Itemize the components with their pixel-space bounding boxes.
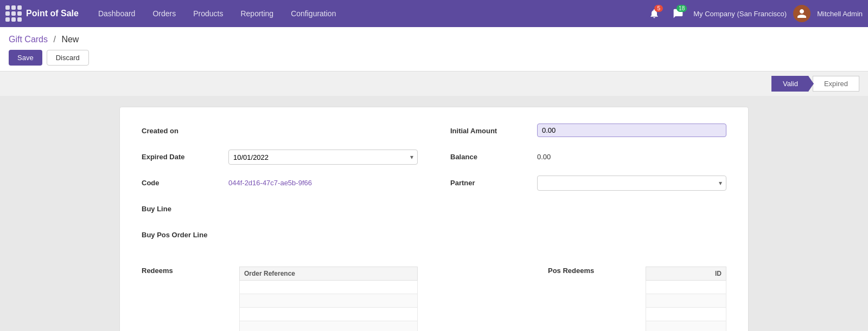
buy-line-value [228,202,418,205]
balance-label: Balance [450,150,537,161]
redeems-grid: Redeems Order Reference [142,267,726,331]
main-content: Created on Expired Date 10/01/2022 Code … [0,96,868,331]
table-row [240,294,418,308]
table-row [240,281,418,294]
top-right-area: 5 18 My Company (San Francisco) Mitchell… [646,5,863,22]
redeems-col-header: Order Reference [240,267,418,281]
expired-date-select-wrapper[interactable]: 10/01/2022 [228,150,418,165]
user-avatar[interactable] [793,5,810,22]
page-actions: Save Discard [9,50,859,71]
buy-line-row: Buy Line [142,202,418,219]
redeems-table: Order Reference [239,267,418,331]
status-expired-button[interactable]: Expired [813,76,859,92]
redeems-left: Redeems Order Reference [142,267,418,331]
status-valid-button[interactable]: Valid [771,76,814,92]
menu-item-orders[interactable]: Orders [144,0,184,27]
initial-amount-input[interactable] [537,124,726,137]
buy-pos-order-line-value [228,228,418,231]
partner-select-wrapper[interactable] [537,176,726,191]
redeems-table-wrapper: Order Reference [239,267,418,331]
partner-select[interactable] [537,176,726,191]
apps-icon[interactable] [5,5,22,22]
balance-value: 0.00 [537,150,551,161]
expired-date-label: Expired Date [142,150,228,161]
user-name[interactable]: Mitchell Admin [817,10,863,18]
app-brand: Point of Sale [26,9,79,18]
redeems-section: Redeems Order Reference [142,267,726,331]
pos-redeems-label: Pos Redeems [548,267,635,331]
status-bar: Valid Expired [0,72,868,96]
code-value: 044f-2d16-47c7-ae5b-9f66 [228,176,312,187]
created-on-row: Created on [142,124,418,141]
balance-row: Balance 0.00 [450,150,726,167]
created-on-value [228,124,418,127]
buy-line-label: Buy Line [142,202,228,213]
form-left: Created on Expired Date 10/01/2022 Code … [142,124,418,254]
redeems-label: Redeems [142,267,228,331]
breadcrumb-separator: / [53,35,55,44]
table-row [240,321,418,332]
partner-label: Partner [450,176,537,187]
expired-date-select[interactable]: 10/01/2022 [228,150,418,165]
breadcrumb-current: New [61,35,79,44]
breadcrumb-parent[interactable]: Gift Cards [9,35,48,44]
main-menu: Dashboard Orders Products Reporting Conf… [90,0,345,27]
pos-redeems-table-wrapper: ID [646,267,726,331]
partner-row: Partner [450,176,726,193]
form-card: Created on Expired Date 10/01/2022 Code … [119,107,749,331]
top-navigation: Point of Sale Dashboard Orders Products … [0,0,868,27]
chat-notification[interactable]: 18 [669,5,687,22]
menu-item-reporting[interactable]: Reporting [232,0,282,27]
menu-item-products[interactable]: Products [184,0,232,27]
breadcrumb: Gift Cards / New [9,35,859,44]
created-on-label: Created on [142,124,228,135]
code-label: Code [142,176,228,187]
company-name: My Company (San Francisco) [693,10,787,18]
table-row [646,281,726,294]
table-row [646,321,726,332]
table-row [240,308,418,321]
pos-redeems-col-header: ID [646,267,726,281]
discard-button[interactable]: Discard [47,50,89,66]
initial-amount-row: Initial Amount [450,124,726,141]
form-right: Initial Amount Balance 0.00 Partner [450,124,726,254]
bell-badge: 5 [654,5,663,12]
save-button[interactable]: Save [9,50,42,66]
bell-notification[interactable]: 5 [646,5,663,22]
chat-badge: 18 [676,5,687,12]
buy-pos-order-line-row: Buy Pos Order Line [142,228,418,245]
menu-item-configuration[interactable]: Configuration [282,0,344,27]
form-grid: Created on Expired Date 10/01/2022 Code … [142,124,726,254]
page-header: Gift Cards / New Save Discard [0,27,868,72]
table-row [646,308,726,321]
initial-amount-label: Initial Amount [450,124,537,135]
menu-item-dashboard[interactable]: Dashboard [90,0,144,27]
pos-redeems-right: Pos Redeems ID [450,267,726,331]
pos-redeems-table: ID [646,267,726,331]
table-row [646,294,726,308]
buy-pos-order-line-label: Buy Pos Order Line [142,228,228,239]
expired-date-row: Expired Date 10/01/2022 [142,150,418,167]
code-row: Code 044f-2d16-47c7-ae5b-9f66 [142,176,418,193]
